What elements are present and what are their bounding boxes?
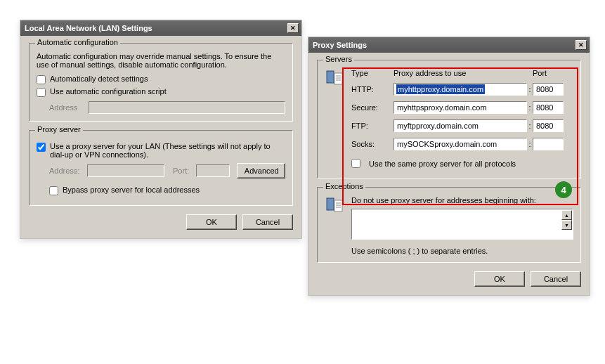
lan-title: Local Area Network (LAN) Settings xyxy=(25,24,287,32)
http-port-input[interactable] xyxy=(533,83,564,96)
bypass-local-checkbox[interactable] xyxy=(49,186,58,195)
proxy-titlebar: Proxy Settings ✕ xyxy=(308,37,590,53)
servers-group: Servers Type Proxy address to use Port H… xyxy=(317,60,581,178)
auto-detect-checkbox[interactable] xyxy=(37,75,46,84)
svg-rect-6 xyxy=(334,200,342,212)
http-label: HTTP: xyxy=(351,85,393,93)
proxy-port-input xyxy=(196,164,230,177)
scroll-down-button[interactable]: ▼ xyxy=(561,220,572,230)
exceptions-group: Exceptions Do not use proxy server for a… xyxy=(317,187,581,263)
socks-port-input[interactable] xyxy=(533,138,564,150)
proxy-address-input xyxy=(87,164,164,177)
servers-legend: Servers xyxy=(323,55,354,63)
same-proxy-label: Use the same proxy server for all protoc… xyxy=(369,160,516,168)
script-address-input xyxy=(89,101,285,114)
proxy-legend: Proxy server xyxy=(35,125,83,134)
scroll-up-button[interactable]: ▲ xyxy=(561,210,572,220)
use-script-checkbox[interactable] xyxy=(37,88,46,97)
secure-port-input[interactable] xyxy=(533,101,564,114)
lan-titlebar: Local Area Network (LAN) Settings ✕ xyxy=(20,20,301,36)
secure-label: Secure: xyxy=(351,103,393,112)
exceptions-hint: Use semicolons ( ; ) to separate entries… xyxy=(351,247,573,255)
lan-settings-dialog: Local Area Network (LAN) Settings ✕ Auto… xyxy=(20,20,302,239)
exceptions-icon xyxy=(325,196,344,216)
proxy-settings-dialog: Proxy Settings ✕ Servers Type Proxy addr… xyxy=(308,37,590,296)
advanced-button[interactable]: Advanced xyxy=(237,163,285,178)
proxy-address-label: Address: xyxy=(49,167,87,175)
ftp-port-input[interactable] xyxy=(533,119,564,132)
auto-detect-label: Automatically detect settings xyxy=(50,74,285,83)
proxy-port-label: Port: xyxy=(173,167,196,175)
ftp-address-input[interactable] xyxy=(393,119,527,132)
exceptions-textarea[interactable] xyxy=(351,209,573,240)
automatic-configuration-group: Automatic configuration Automatic config… xyxy=(29,43,293,122)
socks-label: Socks: xyxy=(351,140,393,148)
ok-button[interactable]: OK xyxy=(186,214,237,230)
use-proxy-checkbox[interactable] xyxy=(37,143,46,152)
use-proxy-label: Use a proxy server for your LAN (These s… xyxy=(50,142,285,159)
exceptions-legend: Exceptions xyxy=(323,182,365,190)
use-script-label: Use automatic configuration script xyxy=(50,87,285,96)
same-proxy-checkbox[interactable] xyxy=(351,159,360,168)
svg-rect-0 xyxy=(327,71,334,83)
script-address-label: Address xyxy=(49,103,89,112)
ok-button[interactable]: OK xyxy=(474,271,525,287)
colon: : xyxy=(527,85,533,93)
socks-address-input[interactable] xyxy=(393,138,527,150)
close-icon[interactable]: ✕ xyxy=(287,23,299,33)
autoconf-legend: Automatic configuration xyxy=(35,38,120,46)
type-header: Type xyxy=(351,69,393,77)
svg-rect-1 xyxy=(334,73,342,84)
ftp-label: FTP: xyxy=(351,122,393,130)
cancel-button[interactable]: Cancel xyxy=(242,214,293,230)
bypass-local-label: Bypass proxy server for local addresses xyxy=(63,186,285,194)
proxy-title: Proxy Settings xyxy=(313,41,575,49)
servers-icon xyxy=(325,69,344,89)
cancel-button[interactable]: Cancel xyxy=(531,271,581,287)
address-header: Proxy address to use xyxy=(393,69,527,77)
http-address-input[interactable]: myhttpproxy.domain.com xyxy=(393,83,527,96)
secure-address-input[interactable] xyxy=(393,101,527,114)
port-header: Port xyxy=(533,69,564,77)
exceptions-description: Do not use proxy server for addresses be… xyxy=(351,196,573,204)
close-icon[interactable]: ✕ xyxy=(575,40,587,50)
svg-rect-5 xyxy=(327,198,334,210)
autoconf-description: Automatic configuration may override man… xyxy=(37,52,285,69)
proxy-server-group: Proxy server Use a proxy server for your… xyxy=(29,130,293,206)
